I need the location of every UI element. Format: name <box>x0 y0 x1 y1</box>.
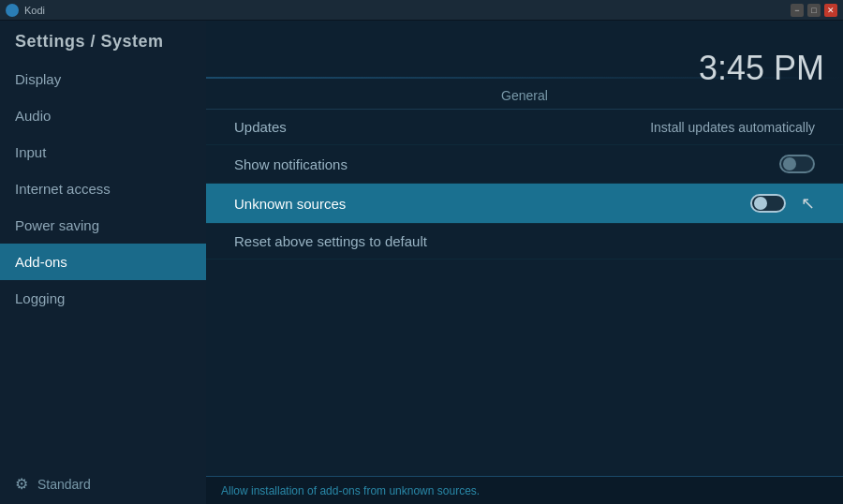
maximize-button[interactable]: □ <box>807 4 821 17</box>
sidebar-item-label-add-ons: Add-ons <box>15 254 67 270</box>
close-button[interactable]: ✕ <box>824 4 837 17</box>
title-bar-controls: − □ ✕ <box>791 4 837 17</box>
sidebar: Settings / System Display Audio Input In… <box>0 21 206 504</box>
setting-row-updates[interactable]: Updates Install updates automatically <box>206 110 843 145</box>
sidebar-item-audio[interactable]: Audio <box>0 97 206 134</box>
setting-label-updates: Updates <box>234 119 287 135</box>
status-text: Allow installation of add-ons from unkno… <box>221 484 480 497</box>
sidebar-item-add-ons[interactable]: Add-ons <box>0 244 206 280</box>
sidebar-item-label-input: Input <box>15 144 46 160</box>
toggle-show-notifications[interactable] <box>779 155 815 173</box>
sidebar-item-label-power-saving: Power saving <box>15 217 99 233</box>
sidebar-item-display[interactable]: Display <box>0 61 206 97</box>
cursor-icon: ↖ <box>801 193 815 214</box>
gear-icon: ⚙ <box>15 475 28 493</box>
setting-row-show-notifications[interactable]: Show notifications <box>206 145 843 184</box>
sidebar-item-label-internet-access: Internet access <box>15 181 111 197</box>
title-bar: Kodi − □ ✕ <box>0 0 843 21</box>
setting-row-unknown-sources[interactable]: Unknown sources ↖ <box>206 184 843 224</box>
status-bar: Allow installation of add-ons from unkno… <box>206 476 843 504</box>
title-bar-left: Kodi <box>6 4 45 17</box>
setting-row-reset[interactable]: Reset above settings to default <box>206 224 843 259</box>
sidebar-title: Settings / System <box>0 21 206 61</box>
app-container: Settings / System Display Audio Input In… <box>0 21 843 504</box>
settings-list: Updates Install updates automatically Sh… <box>206 110 843 476</box>
app-icon <box>6 4 19 17</box>
sidebar-item-label-logging: Logging <box>15 290 65 306</box>
sidebar-item-label-audio: Audio <box>15 108 51 124</box>
sidebar-item-logging[interactable]: Logging <box>0 280 206 317</box>
minimize-button[interactable]: − <box>791 4 804 17</box>
sidebar-item-internet-access[interactable]: Internet access <box>0 170 206 207</box>
sidebar-item-input[interactable]: Input <box>0 134 206 170</box>
toggle-unknown-sources[interactable] <box>750 194 786 213</box>
setting-value-updates: Install updates automatically <box>650 120 815 135</box>
time-display: 3:45 PM <box>699 49 824 88</box>
setting-label-reset: Reset above settings to default <box>234 233 427 249</box>
setting-label-show-notifications: Show notifications <box>234 156 348 172</box>
content-area: 3:45 PM General Updates Install updates … <box>206 21 843 504</box>
sidebar-item-power-saving[interactable]: Power saving <box>0 207 206 244</box>
sidebar-footer-label: Standard <box>37 477 91 492</box>
title-bar-text: Kodi <box>24 5 45 16</box>
setting-label-unknown-sources: Unknown sources <box>234 196 346 212</box>
sidebar-footer[interactable]: ⚙ Standard <box>0 464 206 504</box>
sidebar-item-label-display: Display <box>15 71 61 87</box>
